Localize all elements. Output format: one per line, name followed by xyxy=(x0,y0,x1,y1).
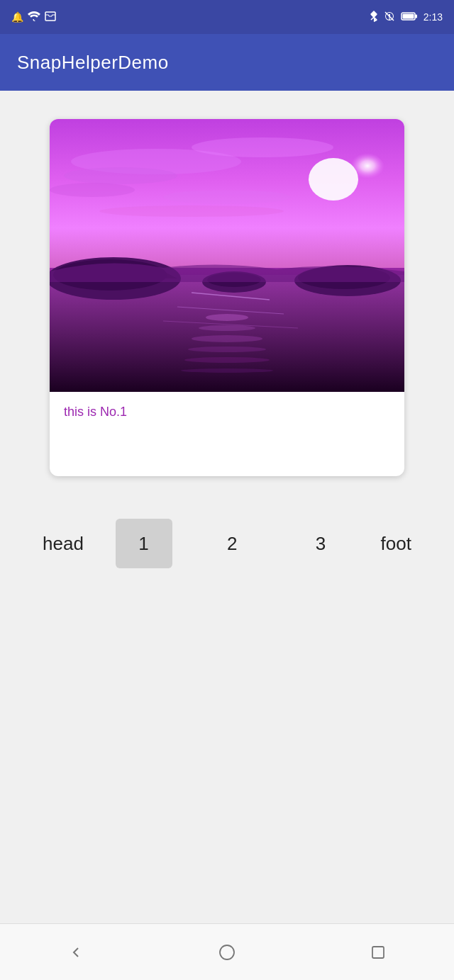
snap-row: head 1 2 3 foot xyxy=(28,519,426,568)
svg-point-7 xyxy=(309,158,358,201)
landscape-svg xyxy=(50,119,404,392)
snap-item-3-label: 3 xyxy=(316,533,326,555)
svg-point-9 xyxy=(64,167,177,184)
svg-point-17 xyxy=(192,335,262,342)
snap-item-2-label: 2 xyxy=(227,533,237,555)
svg-point-11 xyxy=(163,190,291,204)
svg-point-15 xyxy=(206,314,248,321)
image-card: this is No.1 xyxy=(50,119,404,476)
snap-item-1-label: 1 xyxy=(138,533,148,555)
svg-rect-4 xyxy=(402,13,414,18)
snap-item-2[interactable]: 2 xyxy=(204,519,260,568)
mute-icon xyxy=(384,11,395,24)
main-content: this is No.1 head 1 2 3 foot xyxy=(0,91,454,923)
app-bar: SnapHelperDemo xyxy=(0,34,454,91)
status-bar-left: 🔔 xyxy=(11,11,56,23)
svg-point-12 xyxy=(50,183,135,197)
snap-foot-label: foot xyxy=(381,533,411,555)
svg-point-30 xyxy=(220,945,234,959)
card-image xyxy=(50,119,404,392)
recents-button[interactable] xyxy=(357,931,399,974)
battery-icon xyxy=(401,11,418,23)
time-display: 2:13 xyxy=(423,11,443,23)
status-bar: 🔔 xyxy=(0,0,454,34)
svg-point-19 xyxy=(184,357,270,363)
bluetooth-icon xyxy=(370,11,378,24)
svg-rect-3 xyxy=(415,14,417,18)
svg-point-18 xyxy=(188,347,266,352)
svg-point-20 xyxy=(181,368,273,373)
app-title: SnapHelperDemo xyxy=(17,52,169,74)
svg-rect-31 xyxy=(372,947,384,958)
notification-icon: 🔔 xyxy=(11,11,23,23)
snap-item-3[interactable]: 3 xyxy=(292,519,349,568)
back-button[interactable] xyxy=(55,931,97,974)
svg-point-13 xyxy=(99,205,284,217)
snap-head-label: head xyxy=(43,533,84,555)
home-button[interactable] xyxy=(206,931,248,974)
svg-point-10 xyxy=(192,137,333,157)
wifi-icon xyxy=(28,11,40,23)
snap-item-1[interactable]: 1 xyxy=(116,519,172,568)
svg-point-16 xyxy=(199,325,255,331)
bottom-nav xyxy=(0,923,454,980)
status-bar-right: 2:13 xyxy=(370,11,443,24)
inbox-icon xyxy=(45,11,56,23)
card-caption: this is No.1 xyxy=(50,392,404,476)
